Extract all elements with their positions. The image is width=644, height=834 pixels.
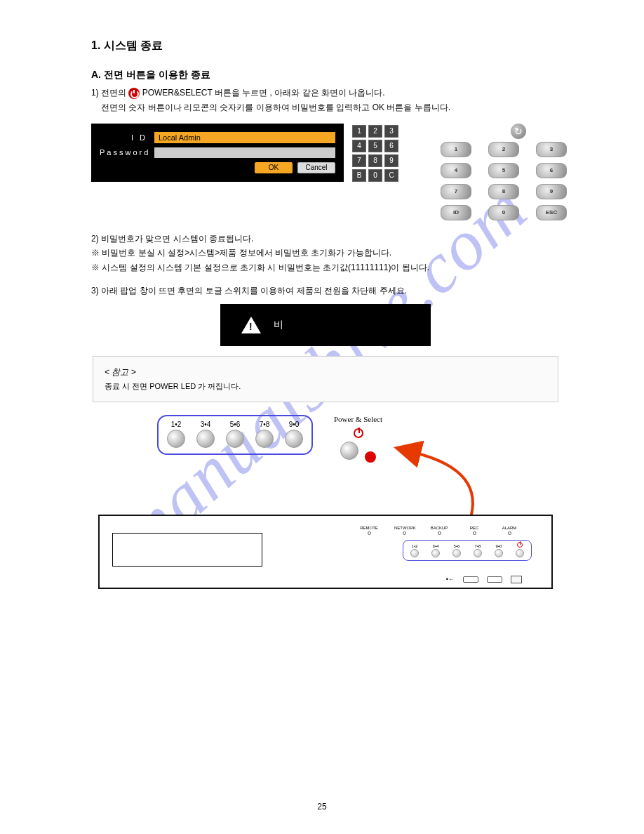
rkey-7[interactable]: 7 xyxy=(441,184,471,199)
fbtn-power[interactable] xyxy=(516,549,524,557)
fbtn-1[interactable] xyxy=(410,549,419,557)
knob-5[interactable] xyxy=(285,430,303,448)
key-7[interactable]: 7 xyxy=(352,154,366,167)
warning-box: 비 xyxy=(220,304,431,346)
knob-label-4: 7•8 xyxy=(255,421,274,428)
page-number: 25 xyxy=(0,802,644,812)
password-input[interactable] xyxy=(154,147,335,158)
password-label: Password xyxy=(100,148,154,157)
power-select-label: Power & Select xyxy=(334,415,382,423)
step2-label: 2) xyxy=(91,234,99,244)
login-dialog: I D Local Admin Password OK Cancel xyxy=(91,124,344,182)
reference-text: 종료 시 전면 POWER LED 가 꺼집니다. xyxy=(105,381,546,392)
knob-4[interactable] xyxy=(255,430,274,448)
rkey-esc[interactable]: ESC xyxy=(536,205,567,220)
refresh-icon[interactable]: ↻ xyxy=(511,124,526,139)
key-6[interactable]: 6 xyxy=(384,140,398,152)
fbtn-label-4: 7•8 xyxy=(474,544,482,548)
usb-row: •← xyxy=(446,576,522,583)
fbtn-3[interactable] xyxy=(452,549,461,557)
login-row: I D Local Admin Password OK Cancel 1 2 3… xyxy=(91,124,560,220)
rkey-9[interactable]: 9 xyxy=(536,184,567,199)
status-led-row: REMOTE NETWORK BACKUP REC ALARM xyxy=(359,526,519,535)
key-9[interactable]: 9 xyxy=(384,154,398,167)
led-rec-dot xyxy=(473,531,476,535)
led-backup: BACKUP xyxy=(431,526,448,530)
onscreen-keypad: 1 2 3 4 5 6 7 8 9 B 0 C xyxy=(352,125,398,182)
step3-label: 3) xyxy=(91,286,99,296)
knob-2[interactable] xyxy=(196,430,215,448)
step3-text: 아래 팝업 창이 뜨면 후면의 토글 스위치를 이용하여 제품의 전원을 차단해… xyxy=(101,286,407,296)
fbtn-label-2: 3•4 xyxy=(431,544,440,548)
key-b[interactable]: B xyxy=(352,169,366,182)
rkey-8[interactable]: 8 xyxy=(488,184,519,199)
usb-port-1[interactable] xyxy=(463,576,478,583)
page-content: 1. 시스템 종료 A. 전면 버튼을 이용한 종료 1) 전면의 POWER&… xyxy=(0,0,644,834)
fbtn-4[interactable] xyxy=(474,549,482,557)
step-2: 2) 비밀번호가 맞으면 시스템이 종료됩니다. xyxy=(91,233,560,245)
reference-title: < 참고 > xyxy=(105,366,546,378)
rkey-2[interactable]: 2 xyxy=(488,142,519,157)
step1-label: 1) xyxy=(91,88,99,98)
key-5[interactable]: 5 xyxy=(368,140,382,152)
led-backup-dot xyxy=(438,531,441,535)
power-icon xyxy=(128,88,140,99)
knob-1[interactable] xyxy=(167,430,185,448)
note-1: ※ 비밀번호 분실 시 설정>시스템>제품 정보에서 비밀번호 초기화가 가능합… xyxy=(91,247,560,259)
device-front-panel: REMOTE NETWORK BACKUP REC ALARM 1•2 3•4 … xyxy=(98,515,553,589)
dvd-slot[interactable] xyxy=(112,533,262,567)
knob-3[interactable] xyxy=(226,430,244,448)
led-alarm-dot xyxy=(508,531,511,535)
key-0[interactable]: 0 xyxy=(368,169,382,182)
rkey-0[interactable]: 0 xyxy=(488,205,519,220)
id-input[interactable]: Local Admin xyxy=(154,132,335,143)
cancel-button[interactable]: Cancel xyxy=(297,162,335,173)
key-1[interactable]: 1 xyxy=(352,125,366,138)
key-3[interactable]: 3 xyxy=(384,125,398,138)
power-knob-area: Power & Select xyxy=(334,415,382,463)
fbtn-power-icon xyxy=(517,542,523,548)
callout-arrow xyxy=(94,458,557,515)
step1-after: POWER&SELECT 버튼을 누르면 xyxy=(142,88,267,98)
power-select-icon xyxy=(354,428,363,438)
ir-receiver xyxy=(511,576,522,583)
led-remote: REMOTE xyxy=(360,526,378,530)
led-network: NETWORK xyxy=(394,526,416,530)
fbtn-label-5: 9•0 xyxy=(495,544,503,548)
led-network-dot xyxy=(403,531,406,535)
warning-triangle-icon xyxy=(241,317,261,333)
usb-port-2[interactable] xyxy=(487,576,502,583)
rkey-1[interactable]: 1 xyxy=(441,142,471,157)
ok-button[interactable]: OK xyxy=(255,162,293,173)
knob-label-5: 9•0 xyxy=(285,421,303,428)
step1-prefix: 전면의 xyxy=(101,88,128,98)
heading-sub-a: A. 전면 버튼을 이용한 종료 xyxy=(91,69,560,81)
fbtn-2[interactable] xyxy=(431,549,440,557)
step-1: 1) 전면의 POWER&SELECT 버튼을 누르면 , 아래와 같은 화면이… xyxy=(91,87,560,99)
key-4[interactable]: 4 xyxy=(352,140,366,152)
fbtn-label-3: 5•6 xyxy=(452,544,461,548)
step1-cont: , 아래와 같은 화면이 나옵니다. xyxy=(270,88,385,98)
button-group-callout: 1•2 3•4 5•6 7•8 9•0 xyxy=(157,415,313,455)
key-c[interactable]: C xyxy=(384,169,398,182)
rkey-5[interactable]: 5 xyxy=(488,163,519,178)
key-2[interactable]: 2 xyxy=(368,125,382,138)
rkey-3[interactable]: 3 xyxy=(536,142,567,157)
front-button-row: 1•2 3•4 5•6 7•8 9•0 xyxy=(403,540,532,561)
rkey-id[interactable]: ID xyxy=(441,205,471,220)
note-2: ※ 시스템 설정의 시스템 기본 설정으로 초기화 시 비밀번호는 초기값(11… xyxy=(91,262,560,274)
remote-keypad: 1 2 3 4 5 6 7 8 9 ID 0 ESC xyxy=(441,142,567,220)
heading-main: 1. 시스템 종료 xyxy=(91,39,560,53)
power-select-knob[interactable] xyxy=(340,442,358,460)
reference-box: < 참고 > 종료 시 전면 POWER LED 가 꺼집니다. xyxy=(93,356,558,402)
id-label: I D xyxy=(100,133,154,142)
key-8[interactable]: 8 xyxy=(368,154,382,167)
step-1-extra: 전면의 숫자 버튼이나 리모콘의 숫자키를 이용하여 비밀번호를 입력하고 OK… xyxy=(101,102,560,114)
rkey-4[interactable]: 4 xyxy=(441,163,471,178)
led-alarm: ALARM xyxy=(502,526,517,530)
front-panel-diagram: 1•2 3•4 5•6 7•8 9•0 Power & Select xyxy=(94,415,557,589)
fbtn-5[interactable] xyxy=(495,549,503,557)
led-rec: REC xyxy=(470,526,479,530)
knob-label-2: 3•4 xyxy=(196,421,215,428)
rkey-6[interactable]: 6 xyxy=(536,163,567,178)
